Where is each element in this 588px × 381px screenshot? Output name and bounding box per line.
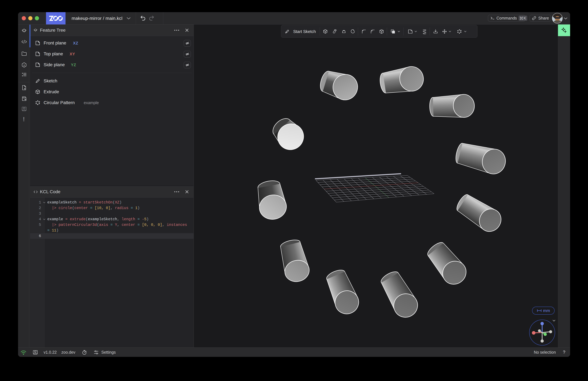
- svg-text:x: x: [23, 63, 25, 67]
